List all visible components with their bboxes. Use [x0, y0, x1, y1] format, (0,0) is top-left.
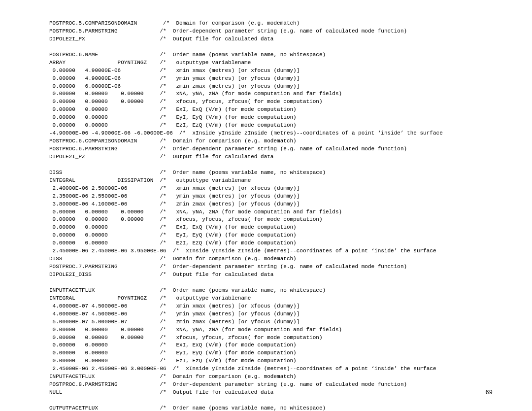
page-container: POSTPROC.5.COMPARISONDOMAIN /* Domain fo…	[0, 0, 532, 411]
code-content: POSTPROC.5.COMPARISONDOMAIN /* Domain fo…	[49, 20, 493, 411]
page-number: 69	[486, 389, 493, 396]
